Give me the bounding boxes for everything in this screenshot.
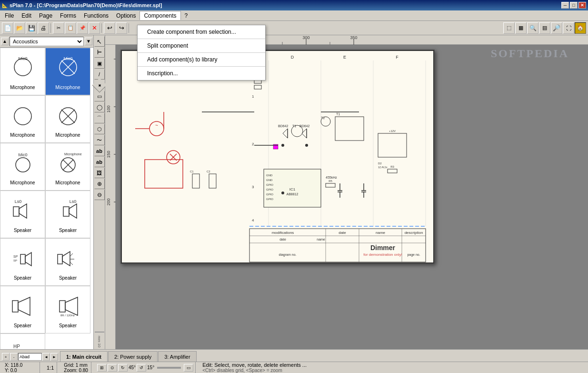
open-button[interactable]: 📂 xyxy=(14,22,25,34)
canvas-content[interactable]: SOFTPEDIA modif xyxy=(116,45,588,349)
canvas-scroll-area[interactable]: 50 100 150 200 SOFTPEDIA xyxy=(105,45,588,349)
list-item[interactable]: 8R / 120Hz Speaker xyxy=(45,286,90,333)
view-button[interactable]: ▤ xyxy=(539,22,550,34)
title-bar-left: 📐 sPlan 7.0 - [C:\ProgramData\sPlan70(De… xyxy=(2,2,162,8)
list-item[interactable]: SP SP Speaker xyxy=(0,238,45,286)
list-item[interactable]: Microphone Microphone xyxy=(45,143,90,191)
minimize-button[interactable]: ─ xyxy=(561,2,569,9)
list-item[interactable]: Microphone xyxy=(45,95,90,143)
text2-tool[interactable]: ab xyxy=(94,157,105,167)
scale-section: 1:1 xyxy=(44,362,57,373)
angle-control[interactable]: ↻ xyxy=(118,364,128,372)
menu-file[interactable]: File xyxy=(1,11,18,20)
zoom-in-tool[interactable]: ⊕ xyxy=(94,179,105,189)
cut-button[interactable]: ✂ xyxy=(53,22,64,34)
menu-functions[interactable]: Functions xyxy=(80,11,112,20)
y-coordinate: Y: 0.0 xyxy=(5,368,17,373)
list-item[interactable]: Mic0 Microphone xyxy=(0,143,45,191)
wire-tool[interactable]: ✦ xyxy=(92,78,107,92)
scroll-up-button[interactable]: ▲ xyxy=(1,38,9,45)
scroll-down-button[interactable]: ▼ xyxy=(85,38,92,45)
create-component-item[interactable]: Create component from selection... xyxy=(138,26,265,38)
tab-nav-right[interactable]: ► xyxy=(50,353,58,361)
svg-text:R3: R3 xyxy=(390,165,394,168)
split-component-item[interactable]: Split component xyxy=(138,40,265,51)
tab-nav-left[interactable]: ◄ xyxy=(42,353,50,361)
tab-name-field[interactable]: Abad xyxy=(18,353,42,361)
arc-tool[interactable]: ⌒ xyxy=(94,113,105,123)
canvas-area[interactable]: 150 200 250 300 350 xyxy=(105,35,588,349)
list-item[interactable]: Speaker xyxy=(45,238,90,286)
angle2-control[interactable]: ↺ xyxy=(137,364,146,372)
list-item[interactable]: Mic0 Microphone xyxy=(45,48,90,95)
list-item[interactable]: Ls0 Speaker xyxy=(45,191,90,238)
components-button[interactable]: ▦ xyxy=(515,22,527,34)
tab-power-supply[interactable]: 2: Power supply xyxy=(108,351,158,362)
menu-help[interactable]: ? xyxy=(181,11,192,20)
paste-button[interactable]: 📌 xyxy=(77,22,88,34)
svg-text:date: date xyxy=(279,238,286,241)
undo-button[interactable]: ↩ xyxy=(104,22,115,34)
tab-amplifier[interactable]: 3: Amplifier xyxy=(158,351,196,362)
menu-edit[interactable]: Edit xyxy=(18,11,35,20)
svg-text:GPIO: GPIO xyxy=(266,193,273,196)
grid-toggle[interactable]: ⊞ xyxy=(97,364,107,372)
component-symbol xyxy=(51,101,85,131)
fullscreen-button[interactable]: ⛶ xyxy=(563,22,574,34)
svg-rect-26 xyxy=(58,254,62,264)
component-tool[interactable]: ▣ xyxy=(94,58,105,69)
list-item[interactable]: Microphone xyxy=(0,95,45,143)
line-style-control[interactable]: ▭ xyxy=(184,364,193,372)
delete-button[interactable]: ✕ xyxy=(89,22,100,34)
text-tool[interactable]: ab xyxy=(94,146,105,156)
svg-text:GND: GND xyxy=(266,174,273,177)
tab-nav-prev[interactable]: - xyxy=(10,353,18,361)
redo-button[interactable]: ↪ xyxy=(116,22,127,34)
menu-separator xyxy=(138,39,265,39)
add-to-library-item[interactable]: Add component(s) to library xyxy=(138,54,265,65)
ellipse-tool[interactable]: ◯ xyxy=(94,102,105,112)
search-button[interactable]: 🔍 xyxy=(527,22,538,34)
component-label: Speaker xyxy=(59,228,77,233)
svg-rect-131 xyxy=(335,117,364,141)
poly-tool[interactable]: ⬡ xyxy=(94,124,105,134)
menu-components[interactable]: Components xyxy=(140,11,180,20)
menu-forms[interactable]: Forms xyxy=(56,11,80,20)
maximize-button[interactable]: □ xyxy=(570,2,578,9)
menu-page[interactable]: Page xyxy=(35,11,56,20)
svg-line-28 xyxy=(70,253,73,256)
copy-button[interactable]: 📋 xyxy=(65,22,76,34)
svg-text:page no.: page no. xyxy=(407,253,420,257)
svg-text:1: 1 xyxy=(252,94,254,99)
snap-toggle[interactable]: ⊙ xyxy=(108,364,117,372)
save-button[interactable]: 💾 xyxy=(26,22,37,34)
components-grid: Mic0 Microphone Mic0 Microphone xyxy=(0,48,93,349)
canvas-gray-area xyxy=(120,264,435,302)
svg-text:3: 3 xyxy=(252,185,254,189)
inscription-item[interactable]: Inscription... xyxy=(138,68,265,79)
new-button[interactable]: 📄 xyxy=(2,22,13,34)
connect-tool[interactable]: ⊢ xyxy=(94,47,105,58)
zoom-out-tool[interactable]: ⊖ xyxy=(94,190,105,200)
svg-text:GPIO: GPIO xyxy=(266,183,273,186)
bezier-tool[interactable]: 〜 xyxy=(94,135,105,145)
list-item[interactable]: HP HP xyxy=(0,333,45,349)
tab-main-circuit[interactable]: 1: Main circuit xyxy=(60,351,108,362)
menu-options[interactable]: Options xyxy=(112,11,140,20)
pointer-tool[interactable]: ↖ xyxy=(94,36,105,47)
zoom-button[interactable]: 🔎 xyxy=(551,22,562,34)
print-button[interactable]: 🖨 xyxy=(38,22,49,34)
coordinates-section: X: 118.0 Y: 0.0 xyxy=(2,362,40,373)
svg-rect-96 xyxy=(145,160,183,188)
select-button[interactable]: ⬚ xyxy=(503,22,515,34)
list-item[interactable]: Ls0 Speaker xyxy=(0,191,45,238)
schematic-page[interactable]: modifications date name description date… xyxy=(120,50,435,264)
tab-nav-first[interactable]: + xyxy=(2,353,10,361)
image-tool[interactable]: 🖼 xyxy=(94,168,105,178)
library-dropdown[interactable]: Accoustics Power supply Amplifier xyxy=(10,37,84,46)
list-item[interactable]: Speaker xyxy=(0,286,45,333)
list-item[interactable]: Mic0 Microphone xyxy=(0,48,45,95)
svg-marker-32 xyxy=(18,297,30,315)
close-button[interactable]: ✕ xyxy=(578,2,586,9)
home-button[interactable]: 🏠 xyxy=(575,22,586,34)
